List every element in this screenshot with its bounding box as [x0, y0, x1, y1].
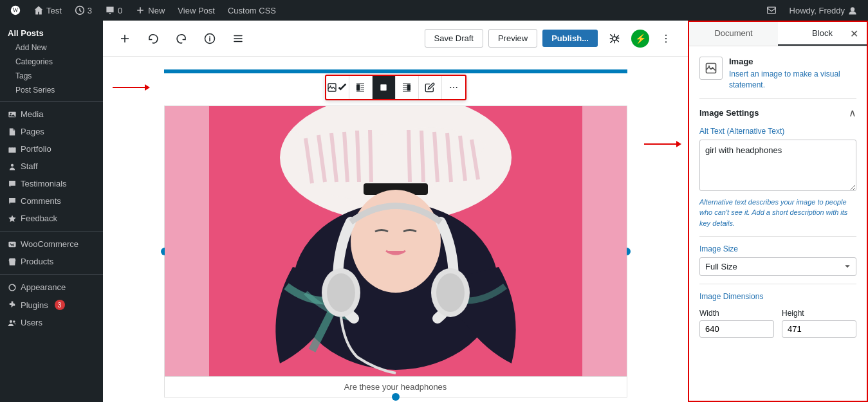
right-panel-body: Image Insert an image to make a visual s… [689, 46, 867, 401]
sidebar-item-appearance[interactable]: Appearance [0, 279, 103, 296]
otter-button[interactable]: ⚡ [631, 30, 649, 48]
collapse-settings-button[interactable]: ∧ [849, 107, 856, 119]
sidebar-item-tags[interactable]: Tags [0, 69, 103, 83]
height-input[interactable] [782, 320, 856, 338]
block-type-description: Insert an image to make a visual stateme… [729, 69, 856, 91]
svg-point-4 [851, 7, 854, 11]
sidebar-item-portfolio[interactable]: Portfolio [0, 140, 103, 158]
svg-point-8 [11, 163, 14, 166]
undo-button[interactable] [142, 27, 165, 50]
sidebar-item-testimonials[interactable]: Testimonials [0, 175, 103, 192]
svg-rect-7 [8, 147, 15, 152]
annotation-arrow-1 [113, 84, 150, 91]
right-panel-tabs: Document Block ✕ [689, 22, 867, 46]
block-toolbar-inner [325, 75, 466, 100]
width-col: Width [699, 309, 774, 338]
block-type-name: Image [729, 57, 856, 66]
svg-point-23 [453, 87, 454, 88]
block-tb-more-btn[interactable] [442, 76, 465, 99]
editor-inner: Are these your headphones [164, 69, 627, 397]
publish-button[interactable]: Publish... [542, 30, 598, 47]
admin-bar-home[interactable]: Test [28, 0, 67, 21]
block-type-section: Image Insert an image to make a visual s… [699, 57, 856, 91]
svg-point-11 [10, 320, 12, 322]
new-label: New [148, 6, 165, 15]
sidebar-item-media[interactable]: Media [0, 105, 103, 123]
image-size-label: Image Size [699, 244, 856, 253]
alt-text-hint: Alternative text describes your image to… [699, 197, 856, 229]
svg-point-14 [665, 34, 667, 35]
redo-button[interactable] [170, 27, 193, 50]
add-block-button[interactable] [113, 27, 136, 50]
site-name: Test [46, 6, 62, 15]
admin-bar-new[interactable]: New [130, 0, 170, 21]
list-view-button[interactable] [226, 27, 250, 50]
block-type-info: Image Insert an image to make a visual s… [729, 57, 856, 91]
sidebar-item-products[interactable]: Products [0, 253, 103, 270]
panel-divider-2 [699, 236, 856, 237]
svg-rect-21 [407, 84, 411, 90]
block-toolbar [164, 75, 627, 100]
svg-point-31 [327, 273, 355, 312]
resize-handle-bottom[interactable] [392, 393, 400, 401]
sidebar-item-feedback[interactable]: Feedback [0, 210, 103, 227]
right-panel-close-button[interactable]: ✕ [846, 26, 862, 42]
image-size-select[interactable]: Full Size [699, 257, 856, 276]
svg-point-33 [436, 273, 465, 312]
alt-text-label: Alt Text (Alternative Text) [699, 127, 856, 136]
admin-bar-custom-css[interactable]: Custom CSS [223, 0, 281, 21]
svg-point-6 [10, 113, 12, 114]
admin-bar-howdy[interactable]: Howdy, Freddy [784, 0, 863, 21]
height-col: Height [782, 309, 856, 338]
info-button[interactable] [198, 27, 221, 50]
sidebar-item-add-new[interactable]: Add New [0, 41, 103, 55]
width-input[interactable] [699, 320, 774, 338]
sidebar-section-posts[interactable]: All Posts [0, 23, 103, 41]
admin-bar-message[interactable] [761, 0, 782, 21]
height-label: Height [782, 309, 856, 318]
alt-text-input[interactable] [699, 140, 856, 191]
width-label: Width [699, 309, 774, 318]
block-tb-edit-btn[interactable] [419, 76, 442, 99]
sidebar-item-post-series[interactable]: Post Series [0, 83, 103, 97]
admin-bar-view-post[interactable]: View Post [172, 0, 220, 21]
image-settings-label: Image Settings [699, 108, 759, 118]
admin-bar-comments[interactable]: 0 [100, 0, 127, 21]
image-content [165, 106, 627, 376]
wp-logo[interactable]: W [5, 0, 26, 21]
svg-point-24 [456, 87, 457, 88]
dimensions-row: Width Height [699, 309, 856, 338]
image-block[interactable]: Are these your headphones [164, 105, 627, 397]
svg-point-22 [450, 87, 451, 88]
block-type-icon [699, 57, 723, 80]
image-dimensions-section: Image Dimensions Width Height [699, 292, 856, 338]
editor-content[interactable]: Are these your headphones [103, 57, 688, 402]
block-tb-align-center-btn[interactable] [373, 76, 396, 99]
sidebar-item-plugins[interactable]: Plugins 3 [0, 296, 103, 314]
svg-rect-20 [380, 84, 386, 90]
more-options-button[interactable] [654, 27, 678, 50]
sidebar-item-categories[interactable]: Categories [0, 55, 103, 69]
block-tb-align-left-btn[interactable] [349, 76, 373, 99]
main-layout: All Posts Add New Categories Tags Post S… [0, 21, 868, 402]
sidebar-item-pages[interactable]: Pages [0, 123, 103, 140]
block-tb-image-btn[interactable] [326, 76, 349, 99]
save-draft-button[interactable]: Save Draft [425, 29, 483, 48]
sidebar-item-woocommerce[interactable]: WooCommerce [0, 235, 103, 253]
sidebar-divider-2 [0, 231, 103, 232]
sidebar-item-users[interactable]: Users [0, 314, 103, 331]
editor-area: Save Draft Preview Publish... ⚡ [103, 21, 688, 402]
editor-toolbar: Save Draft Preview Publish... ⚡ [103, 21, 688, 57]
settings-button[interactable] [603, 27, 626, 50]
admin-bar: W Test 3 0 New View Post Custom CSS Howd… [0, 0, 868, 21]
sidebar-item-comments[interactable]: Comments [0, 192, 103, 210]
image-settings-header: Image Settings ∧ [699, 107, 856, 119]
svg-text:W: W [12, 6, 19, 14]
tab-document[interactable]: Document [689, 22, 778, 46]
right-panel: Document Block ✕ Image Insert an image t… [688, 21, 868, 402]
admin-bar-updates[interactable]: 3 [69, 0, 97, 21]
sidebar-item-staff[interactable]: Staff [0, 158, 103, 175]
preview-button[interactable]: Preview [488, 29, 537, 48]
block-tb-align-right-btn[interactable] [396, 76, 419, 99]
plugins-badge: 3 [55, 300, 65, 310]
